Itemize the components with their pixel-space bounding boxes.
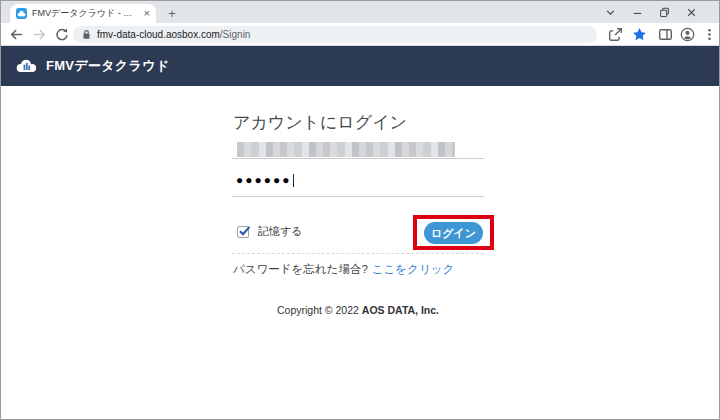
forgot-password-row: パスワードを忘れた場合?ここをクリック <box>233 262 454 277</box>
username-underline <box>232 158 484 159</box>
url-path: /Signin <box>220 29 251 40</box>
remember-checkbox[interactable] <box>237 226 249 238</box>
text-caret <box>293 174 294 187</box>
company-name: AOS DATA, Inc. <box>362 304 439 316</box>
side-panel-icon[interactable] <box>658 27 673 42</box>
window-controls <box>597 1 705 23</box>
dashed-divider <box>232 253 484 254</box>
browser-window: FMVデータクラウド - ログイン × + <box>0 0 720 420</box>
page-title: アカウントにログイン <box>233 111 407 134</box>
brand-title: FMVデータクラウド <box>46 57 169 75</box>
password-masked-value: ●●●●●● <box>236 173 292 187</box>
minimize-icon[interactable] <box>624 1 651 23</box>
copyright-text: Copyright © 2022 <box>277 304 359 316</box>
menu-dots-icon[interactable] <box>702 27 717 42</box>
url-text: fmv-data-cloud.aosbox.com/Signin <box>97 29 250 40</box>
copyright: Copyright © 2022AOS DATA, Inc. <box>232 304 484 316</box>
address-bar[interactable]: fmv-data-cloud.aosbox.com/Signin <box>73 26 597 43</box>
brand-cloud-icon <box>14 57 39 75</box>
login-button[interactable]: ログイン <box>424 222 483 244</box>
forgot-password-link[interactable]: ここをクリック <box>372 263 454 275</box>
app-header: FMVデータクラウド <box>1 46 719 86</box>
tab-search-chevron-icon[interactable] <box>597 1 624 23</box>
back-icon[interactable] <box>9 27 24 42</box>
tab-strip: FMVデータクラウド - ログイン × + <box>1 1 719 23</box>
new-tab-button[interactable]: + <box>164 5 180 21</box>
reload-icon[interactable] <box>54 27 69 42</box>
remember-me-row: 記憶する <box>237 224 303 239</box>
tab-close-icon[interactable]: × <box>144 8 150 19</box>
lock-icon <box>82 29 91 40</box>
forward-icon[interactable] <box>32 27 47 42</box>
close-window-icon[interactable] <box>678 1 705 23</box>
tab-title: FMVデータクラウド - ログイン <box>32 7 140 20</box>
favicon-cloud-icon <box>16 8 27 19</box>
forgot-prompt: パスワードを忘れた場合? <box>233 263 368 275</box>
browser-toolbar: fmv-data-cloud.aosbox.com/Signin <box>1 23 719 46</box>
browser-tab[interactable]: FMVデータクラウド - ログイン × <box>10 4 156 23</box>
password-input[interactable]: ●●●●●● <box>236 173 294 187</box>
bookmark-star-icon[interactable] <box>632 27 647 42</box>
profile-avatar-icon[interactable] <box>680 27 695 42</box>
login-form: アカウントにログイン ●●●●●● 記憶する ログイン パスワードを忘れた場合?… <box>232 86 484 419</box>
restore-window-icon[interactable] <box>651 1 678 23</box>
remember-label: 記憶する <box>258 224 303 239</box>
url-domain: fmv-data-cloud.aosbox.com <box>97 29 220 40</box>
share-icon[interactable] <box>608 27 623 42</box>
password-underline <box>232 196 484 197</box>
annotation-highlight-box: ログイン <box>413 215 494 250</box>
login-page: アカウントにログイン ●●●●●● 記憶する ログイン パスワードを忘れた場合?… <box>1 86 719 419</box>
username-input-redacted[interactable] <box>237 142 455 157</box>
